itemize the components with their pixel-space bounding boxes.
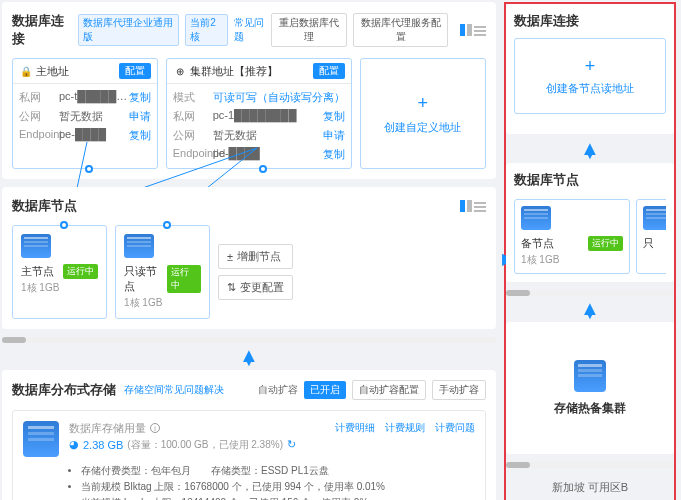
view-toggle[interactable]: [460, 200, 486, 212]
db-nodes-panel: 数据库节点 主节点运行中 1核 1GB 只读节点运行中 1核 1GB ±增删节点…: [2, 187, 496, 329]
apply-link[interactable]: 申请: [323, 128, 345, 143]
backup-connection-panel: 数据库连接 + 创建备节点读地址: [506, 4, 674, 134]
auto-expand-toggle[interactable]: 已开启: [304, 381, 346, 399]
plus-icon: +: [418, 93, 429, 114]
server-icon: [643, 206, 666, 230]
globe-icon: ⊕: [173, 64, 187, 78]
panel-title: 数据库节点: [12, 197, 77, 215]
lock-icon: 🔒: [19, 64, 33, 78]
double-arrow-icon: ▲▼: [580, 142, 600, 159]
create-custom-address[interactable]: + 创建自定义地址: [360, 58, 486, 169]
double-arrow-icon: ▲▼: [239, 349, 259, 366]
panel-title: 数据库连接: [514, 12, 666, 30]
storage-icon: [574, 360, 606, 392]
server-icon: [521, 206, 551, 230]
restart-proxy-button[interactable]: 重启数据库代理: [271, 13, 348, 47]
faq-link[interactable]: 常见问题: [234, 16, 271, 44]
manual-expand-button[interactable]: 手动扩容: [432, 380, 486, 400]
primary-address-box: 🔒主地址 配置 私网pc-t████████复制 公网暂无数据申请 Endpoi…: [12, 58, 158, 169]
create-backup-read-address[interactable]: + 创建备节点读地址: [514, 38, 666, 114]
storage-icon: [23, 421, 59, 457]
proxy-service-config-button[interactable]: 数据库代理服务配置: [353, 13, 448, 47]
footer-right: 新加坡 可用区B: [506, 474, 674, 500]
status-badge: 运行中: [167, 265, 201, 293]
server-icon: [124, 234, 154, 258]
readonly-node-card[interactable]: 只读节点运行中 1核 1GB: [115, 225, 210, 319]
panel-title: 数据库节点: [514, 171, 666, 189]
backup-node-card[interactable]: 备节点运行中 1核 1GB: [514, 199, 630, 274]
backup-storage-label: 存储热备集群: [554, 400, 626, 417]
node-card-partial[interactable]: 只: [636, 199, 666, 274]
cluster-address-box: ⊕集群地址【推荐】 配置 模式可读可写（自动读写分离） 私网pc-1██████…: [166, 58, 352, 169]
plus-minus-icon: ±: [227, 251, 233, 263]
swap-icon: ⇅: [227, 281, 236, 294]
scrollbar[interactable]: [2, 337, 496, 343]
copy-link[interactable]: 复制: [323, 109, 345, 124]
clock-icon: ◕: [69, 438, 79, 451]
primary-node-card[interactable]: 主节点运行中 1核 1GB: [12, 225, 107, 319]
storage-usage-value: 2.38 GB: [83, 439, 123, 451]
auto-expand-config-button[interactable]: 自动扩容配置: [352, 380, 426, 400]
refresh-icon[interactable]: ↻: [287, 438, 296, 451]
view-toggle[interactable]: [460, 24, 486, 36]
backup-nodes-panel: 数据库节点 备节点运行中 1核 1GB 只: [506, 163, 674, 282]
config-button[interactable]: 配置: [119, 63, 151, 79]
panel-title: 数据库分布式存储: [12, 381, 116, 399]
status-badge: 运行中: [63, 264, 98, 279]
status-badge: 运行中: [588, 236, 623, 251]
billing-faq-link[interactable]: 计费问题: [435, 421, 475, 435]
billing-detail-link[interactable]: 计费明细: [335, 421, 375, 435]
scrollbar[interactable]: [506, 462, 674, 468]
storage-faq-link[interactable]: 存储空间常见问题解决: [124, 383, 224, 397]
add-remove-node-button[interactable]: ±增删节点: [218, 244, 293, 269]
server-icon: [21, 234, 51, 258]
backup-storage-panel: 存储热备集群: [506, 322, 674, 454]
apply-link[interactable]: 申请: [129, 109, 151, 124]
panel-title: 数据库连接: [12, 12, 72, 48]
backend-tag: 当前2核: [185, 14, 228, 46]
info-icon[interactable]: i: [150, 423, 160, 433]
db-connection-panel: 数据库连接 数据库代理企业通用版 当前2核 常见问题 重启数据库代理 数据库代理…: [2, 2, 496, 179]
config-button[interactable]: 配置: [313, 63, 345, 79]
double-arrow-icon: ▲▼: [580, 302, 600, 319]
db-storage-panel: 数据库分布式存储 存储空间常见问题解决 自动扩容 已开启 自动扩容配置 手动扩容…: [2, 370, 496, 500]
scrollbar[interactable]: [506, 290, 674, 296]
copy-link[interactable]: 复制: [129, 90, 151, 105]
proxy-tag: 数据库代理企业通用版: [78, 14, 180, 46]
billing-rule-link[interactable]: 计费规则: [385, 421, 425, 435]
plus-icon: +: [585, 56, 596, 77]
copy-link[interactable]: 复制: [129, 128, 151, 143]
change-config-button[interactable]: ⇅变更配置: [218, 275, 293, 300]
copy-link[interactable]: 复制: [323, 147, 345, 162]
